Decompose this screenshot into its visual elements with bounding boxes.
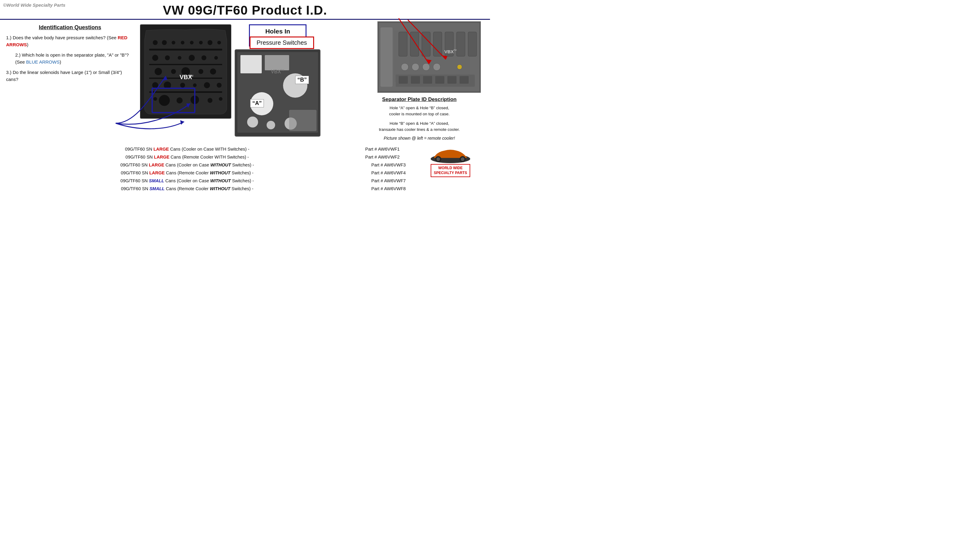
pressure-switches-label: Pressure Switches [250, 36, 314, 49]
questions-column: Identification Questions 1.) Does the va… [6, 23, 134, 141]
valve-photo-svg: VBX TM [377, 21, 481, 93]
svg-rect-69 [423, 76, 432, 84]
part-num-2: Part # AW6VWF2 [365, 153, 420, 161]
valve-photo-container: VBX TM [377, 21, 481, 93]
svg-rect-72 [459, 76, 469, 84]
part-line-5: 09G/TF60 SN SMALL Cans (Cooler on Case W… [18, 177, 356, 185]
part-line-3: 09G/TF60 SN LARGE Cans (Cooler on Case W… [18, 161, 356, 169]
svg-point-32 [177, 98, 183, 103]
label-a: “A” [250, 99, 264, 108]
svg-point-18 [171, 69, 176, 74]
svg-rect-61 [468, 32, 477, 56]
part-num-4: Part # AW6VWF4 [365, 169, 420, 177]
svg-point-23 [152, 82, 158, 88]
svg-rect-9 [149, 49, 222, 51]
svg-point-46 [267, 121, 275, 129]
svg-point-35 [219, 97, 223, 101]
svg-point-14 [202, 55, 207, 60]
parts-numbers: Part # AW6VWF1 Part # AW6VWF2 Part # AW6… [365, 145, 420, 193]
svg-point-87 [461, 157, 464, 161]
svg-point-28 [217, 83, 221, 88]
main-content: Pressure Switches Identification Questio… [0, 20, 490, 196]
svg-rect-29 [149, 91, 222, 93]
svg-rect-70 [435, 76, 445, 84]
svg-rect-60 [456, 32, 465, 56]
svg-point-27 [204, 82, 210, 88]
svg-text:TM: TM [189, 74, 193, 77]
svg-point-30 [154, 97, 157, 101]
separator-id-section: Separator Plate ID Description Hole “A” … [377, 96, 461, 141]
part-line-6: 09G/TF60 SN SMALL Cans (Remote Cooler WI… [18, 185, 356, 193]
valve-body-container: VBX TM [140, 24, 231, 120]
separator-plate-svg: VBX TM [234, 49, 321, 137]
label-b: “B” [295, 76, 309, 84]
svg-point-64 [422, 63, 430, 71]
svg-rect-55 [399, 32, 407, 56]
question-3: 3.) Do the linear solenoids have Large (… [6, 69, 134, 83]
svg-point-4 [181, 41, 184, 45]
wwsp-logo-container: WORLD WIDESPECIALTY PARTS [429, 145, 472, 177]
svg-point-45 [247, 117, 258, 127]
question-1: 1.) Does the valve body have pressure sw… [6, 35, 134, 48]
svg-point-21 [210, 68, 216, 74]
part-num-3: Part # AW6VWF3 [365, 161, 420, 169]
part-num-7: Part # AW6VWF7 [365, 177, 420, 185]
part-num-1: Part # AW6VWF1 [365, 145, 420, 153]
svg-rect-53 [380, 27, 393, 87]
svg-point-15 [214, 56, 218, 60]
svg-point-20 [198, 69, 203, 74]
svg-point-3 [172, 41, 175, 45]
svg-rect-56 [410, 32, 419, 56]
svg-point-65 [433, 63, 440, 71]
svg-rect-58 [433, 32, 442, 56]
svg-point-86 [436, 157, 440, 161]
svg-point-26 [193, 83, 197, 87]
svg-point-63 [412, 63, 419, 71]
svg-rect-42 [265, 55, 289, 70]
bottom-section: 09G/TF60 SN LARGE Cans (Cooler on Case W… [6, 145, 484, 193]
separator-id-title: Separator Plate ID Description [379, 96, 460, 103]
svg-point-10 [152, 55, 158, 61]
part-line-2: 09G/TF60 SN LARGE Cans (Remote Cooler WI… [18, 153, 356, 161]
svg-rect-67 [399, 76, 408, 84]
svg-rect-57 [422, 32, 430, 56]
svg-text:TM: TM [281, 69, 284, 71]
svg-point-25 [180, 83, 185, 88]
svg-rect-41 [240, 55, 262, 73]
part-num-8: Part # AW6VWF8 [365, 185, 420, 193]
svg-point-8 [217, 41, 221, 45]
question-2: 2.) Which hole is open in the separator … [15, 52, 134, 65]
svg-rect-16 [149, 64, 222, 65]
svg-point-7 [208, 40, 212, 45]
svg-point-12 [178, 56, 182, 60]
right-column: VBX TM Separator Plate ID Descripti [377, 23, 484, 141]
wwsp-text-logo: WORLD WIDESPECIALTY PARTS [431, 164, 470, 177]
parts-descriptions: 09G/TF60 SN LARGE Cans (Cooler on Case W… [18, 145, 356, 193]
svg-point-13 [189, 55, 195, 61]
valve-body-svg: VBX TM [140, 24, 231, 119]
header: ©World Wide Specialty Parts VW 09G/TF60 … [0, 0, 490, 20]
svg-rect-71 [448, 76, 456, 84]
separator-id-text1: Hole “A” open & Hole “B” closed, cooler … [379, 105, 460, 117]
svg-point-11 [165, 55, 170, 60]
questions-title: Identification Questions [6, 24, 134, 31]
svg-rect-68 [411, 76, 420, 84]
watermark: ©World Wide Specialty Parts [3, 2, 65, 8]
svg-text:VBX: VBX [445, 49, 454, 54]
part-line-1: 09G/TF60 SN LARGE Cans (Cooler on Case W… [18, 145, 356, 153]
svg-text:TM: TM [453, 49, 456, 51]
svg-point-6 [199, 41, 203, 45]
top-section: Identification Questions 1.) Does the va… [6, 23, 484, 141]
separator-id-text3: Picture shown @ left = remote cooler! [379, 136, 460, 141]
svg-rect-48 [289, 110, 317, 131]
part-line-4: 09G/TF60 SN LARGE Cans (Remote Cooler WI… [18, 169, 356, 177]
separator-id-text2: Hole “B” open & Hole “A” closed, transax… [379, 121, 460, 133]
separator-plate-img: VBX TM “A” “B” [234, 49, 321, 139]
svg-point-31 [159, 95, 170, 106]
wwsp-car-svg [429, 145, 472, 164]
page-title: VW 09G/TF60 Product I.D. [163, 3, 327, 17]
svg-point-62 [401, 63, 408, 71]
svg-point-1 [153, 40, 158, 45]
svg-point-5 [190, 41, 193, 45]
svg-point-17 [155, 68, 162, 75]
